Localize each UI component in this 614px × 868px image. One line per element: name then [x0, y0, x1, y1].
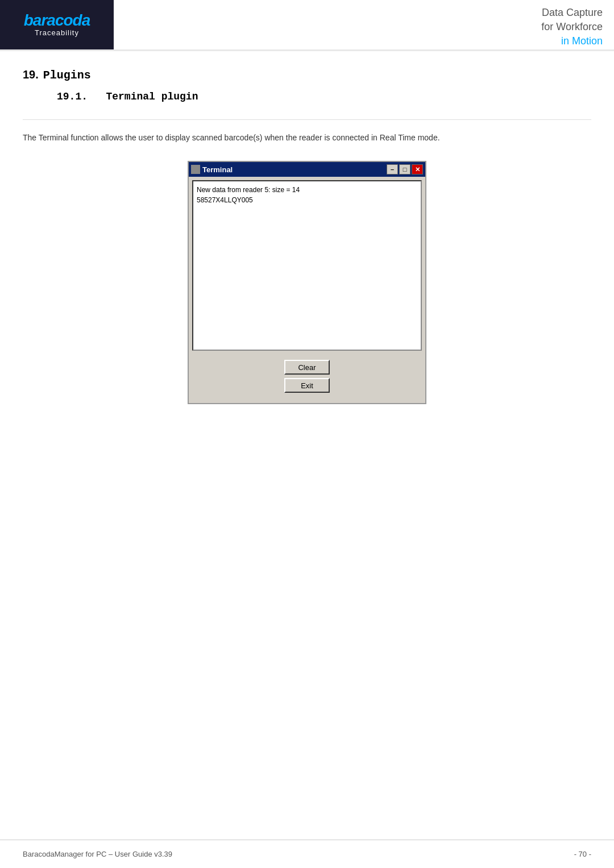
page-footer: BaracodaManager for PC – User Guide v3.3… — [0, 840, 614, 868]
terminal-app-icon — [191, 165, 200, 174]
page-header: baracoda Traceability Data Capture for W… — [0, 0, 614, 51]
clear-button[interactable]: Clear — [284, 360, 330, 375]
subsection-number: 19.1. — [57, 91, 88, 102]
footer-page-number: - 70 - — [574, 850, 591, 858]
terminal-titlebar: Terminal – □ ✕ — [189, 162, 425, 177]
maximize-button[interactable]: □ — [399, 164, 410, 175]
terminal-display: New data from reader 5: size = 14 58527X… — [192, 180, 422, 351]
section-number: 19. — [23, 68, 39, 81]
divider — [23, 119, 591, 120]
terminal-output-line1: New data from reader 5: size = 14 — [197, 185, 417, 195]
header-tagline: Data Capture for Workforce in Motion — [114, 0, 614, 49]
terminal-title-left: Terminal — [191, 165, 233, 174]
close-button[interactable]: ✕ — [412, 164, 423, 175]
logo-area: baracoda Traceability — [0, 0, 114, 49]
terminal-output-line2: 58527X4LLQY005 — [197, 195, 417, 205]
footer-left-text: BaracodaManager for PC – User Guide v3.3… — [23, 850, 172, 858]
terminal-body: New data from reader 5: size = 14 58527X… — [189, 177, 425, 403]
logo-subtitle: Traceability — [24, 28, 90, 37]
terminal-buttons: Clear Exit — [192, 355, 422, 400]
tagline-line3: in Motion — [561, 34, 603, 48]
exit-button[interactable]: Exit — [284, 378, 330, 393]
section-title-text: Plugins — [43, 69, 91, 82]
terminal-title-text: Terminal — [202, 165, 233, 174]
tagline-line1: Data Capture — [542, 6, 603, 20]
subsection-title: 19.1. Terminal plugin — [57, 91, 591, 102]
minimize-button[interactable]: – — [387, 164, 398, 175]
terminal-controls[interactable]: – □ ✕ — [387, 164, 423, 175]
section-description: The Terminal function allows the user to… — [23, 131, 534, 144]
logo-brand: baracoda — [24, 13, 90, 28]
terminal-window: Terminal – □ ✕ New data from reader 5: s… — [188, 161, 426, 404]
tagline-line2: for Workforce — [541, 20, 603, 34]
section-title: 19. Plugins — [23, 68, 591, 82]
subsection-title-text: Terminal plugin — [106, 91, 198, 102]
main-content: 19. Plugins 19.1. Terminal plugin The Te… — [0, 51, 614, 450]
logo: baracoda Traceability — [24, 13, 90, 37]
terminal-screenshot-container: Terminal – □ ✕ New data from reader 5: s… — [23, 161, 591, 404]
